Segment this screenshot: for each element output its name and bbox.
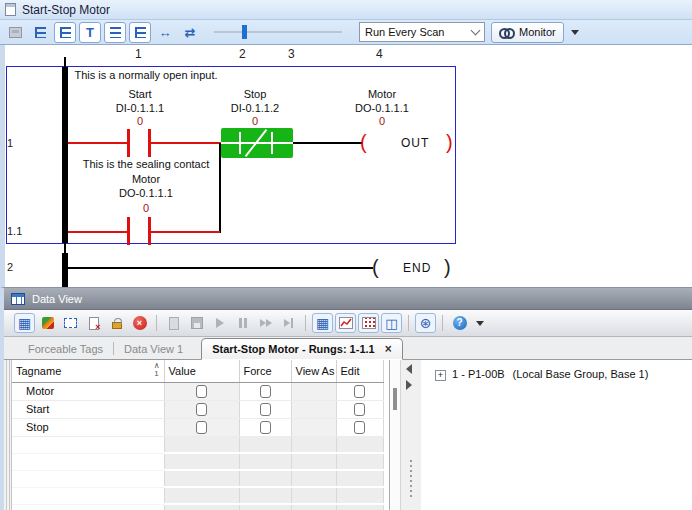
pages-button[interactable] bbox=[4, 22, 26, 43]
col-tagname[interactable]: Tagname ∧1 bbox=[12, 360, 164, 382]
tab-forceable-tags[interactable]: Forceable Tags bbox=[18, 343, 113, 359]
save-button[interactable] bbox=[186, 313, 207, 333]
end-coil-close-paren[interactable]: ) bbox=[444, 257, 451, 277]
ladder-toolbar: T ↔ ⇄ Run Every Scan Monitor bbox=[0, 20, 692, 45]
tree-item-label[interactable]: 1 - P1-00B bbox=[452, 368, 505, 380]
active-tab-label: Start-Stop Motor - Rungs: 1-1.1 bbox=[212, 343, 375, 355]
out-coil-open-paren[interactable]: ( bbox=[360, 132, 367, 152]
new-data-view-icon: ▦ bbox=[18, 316, 31, 330]
ladder-editor: 1 2 3 4 1 1.1 2 This is a normally open … bbox=[0, 45, 692, 287]
value-checkbox[interactable] bbox=[196, 403, 207, 416]
tab-start-stop-motor-rungs[interactable]: Start-Stop Motor - Rungs: 1-1.1 × bbox=[201, 338, 403, 360]
panel-grip[interactable] bbox=[4, 360, 12, 510]
end-coil-label[interactable]: END bbox=[403, 261, 431, 275]
clear-all-forces-button[interactable]: × bbox=[129, 313, 150, 333]
seal-contact[interactable] bbox=[127, 217, 130, 245]
tagname-cell[interactable]: Stop bbox=[12, 418, 164, 436]
table-row-empty[interactable] bbox=[12, 470, 383, 487]
step-end-button[interactable] bbox=[278, 313, 299, 333]
table-scrollbar[interactable] bbox=[390, 360, 401, 510]
trend-view-button[interactable] bbox=[335, 313, 356, 333]
layout-view-button[interactable]: ◫ bbox=[381, 313, 402, 333]
fast-forward-icon bbox=[260, 319, 272, 327]
table-row[interactable]: Stop bbox=[12, 418, 383, 436]
more-dropdown-icon bbox=[476, 321, 484, 326]
table-row[interactable]: Motor bbox=[12, 382, 383, 400]
rung1-comment: This is a normally open input. bbox=[74, 69, 217, 81]
table-row-empty[interactable] bbox=[12, 487, 383, 504]
expand-right-icon[interactable] bbox=[406, 380, 412, 390]
panel-splitter[interactable] bbox=[401, 360, 421, 510]
separator bbox=[408, 315, 409, 331]
options-button[interactable]: ⊛ bbox=[415, 313, 436, 333]
edit-checkbox[interactable] bbox=[354, 421, 365, 434]
fit-width-button[interactable]: ⇄ bbox=[179, 22, 201, 43]
help-button[interactable]: ? bbox=[449, 313, 470, 333]
remove-row-button[interactable]: × bbox=[83, 313, 104, 333]
col-edit[interactable]: Edit bbox=[336, 360, 383, 382]
table-row[interactable]: Start bbox=[12, 400, 383, 418]
rung-number-1: 1 bbox=[7, 137, 13, 149]
sync-arrows-button[interactable]: ↔ bbox=[154, 22, 176, 43]
start-contact[interactable] bbox=[127, 129, 130, 157]
col-force[interactable]: Force bbox=[239, 360, 291, 382]
out-coil-label[interactable]: OUT bbox=[401, 136, 429, 150]
export-button[interactable] bbox=[163, 313, 184, 333]
edit-checkbox[interactable] bbox=[354, 403, 365, 416]
scrollbar-thumb[interactable] bbox=[393, 388, 397, 410]
table-row-empty[interactable] bbox=[12, 504, 383, 510]
force-checkbox[interactable] bbox=[260, 385, 271, 398]
force-checkbox[interactable] bbox=[260, 403, 271, 416]
table-row-empty[interactable] bbox=[12, 453, 383, 470]
split-view-button[interactable] bbox=[54, 22, 76, 43]
clear-edits-button[interactable] bbox=[37, 313, 58, 333]
tab-close-icon[interactable]: × bbox=[385, 343, 392, 355]
tagname-cell[interactable]: Motor bbox=[12, 382, 164, 400]
view-as-cell[interactable] bbox=[291, 400, 336, 418]
comment-view-button[interactable] bbox=[104, 22, 126, 43]
view-as-cell[interactable] bbox=[291, 382, 336, 400]
new-data-view-button[interactable]: ▦ bbox=[14, 313, 35, 333]
play-button[interactable] bbox=[209, 313, 230, 333]
data-view-toolbar: ▦ × × ▦ ◫ ⊛ ? bbox=[4, 310, 692, 337]
value-checkbox[interactable] bbox=[196, 421, 207, 434]
value-checkbox[interactable] bbox=[196, 385, 207, 398]
monitor-button[interactable]: Monitor bbox=[491, 22, 564, 43]
run-mode-select[interactable]: Run Every Scan bbox=[359, 22, 485, 42]
tree-view-button[interactable] bbox=[129, 22, 151, 43]
layout-view-icon: ◫ bbox=[385, 317, 397, 330]
split-view-icon bbox=[60, 27, 71, 38]
zoom-slider[interactable] bbox=[214, 24, 342, 40]
monitor-dropdown-button[interactable] bbox=[567, 22, 583, 42]
view-as-cell[interactable] bbox=[291, 418, 336, 436]
tab-data-view-1[interactable]: Data View 1 bbox=[114, 343, 193, 359]
end-coil-open-paren[interactable]: ( bbox=[372, 257, 379, 277]
text-view-button[interactable]: T bbox=[79, 22, 101, 43]
table-format-button[interactable]: ▦ bbox=[312, 313, 333, 333]
pause-button[interactable] bbox=[232, 313, 253, 333]
run-mode-value: Run Every Scan bbox=[365, 26, 444, 38]
more-dropdown-button[interactable] bbox=[472, 313, 488, 333]
export-icon bbox=[169, 317, 179, 330]
slider-thumb[interactable] bbox=[242, 25, 247, 39]
edit-checkbox[interactable] bbox=[354, 385, 365, 398]
col-value[interactable]: Value bbox=[164, 360, 239, 382]
collapse-left-icon[interactable] bbox=[406, 364, 412, 374]
clear-all-forces-icon: × bbox=[133, 316, 147, 330]
table-row-empty[interactable] bbox=[12, 436, 383, 453]
force-checkbox[interactable] bbox=[260, 421, 271, 434]
clear-edits-icon bbox=[42, 317, 54, 329]
ruler-mark: 2 bbox=[239, 47, 246, 61]
select-range-button[interactable] bbox=[60, 313, 81, 333]
col-view-as[interactable]: View As bbox=[291, 360, 336, 382]
grid-format-button[interactable] bbox=[358, 313, 379, 333]
edit-cell bbox=[336, 400, 383, 418]
force-button[interactable] bbox=[106, 313, 127, 333]
fast-forward-button[interactable] bbox=[255, 313, 276, 333]
tree-expand-icon[interactable]: + bbox=[435, 370, 446, 381]
tagname-cell[interactable]: Start bbox=[12, 400, 164, 418]
ladder-view-button[interactable] bbox=[29, 22, 51, 43]
stop-nc-contact-highlighted[interactable] bbox=[221, 128, 293, 158]
out-coil-close-paren[interactable]: ) bbox=[446, 132, 453, 152]
options-gear-icon: ⊛ bbox=[420, 316, 432, 330]
